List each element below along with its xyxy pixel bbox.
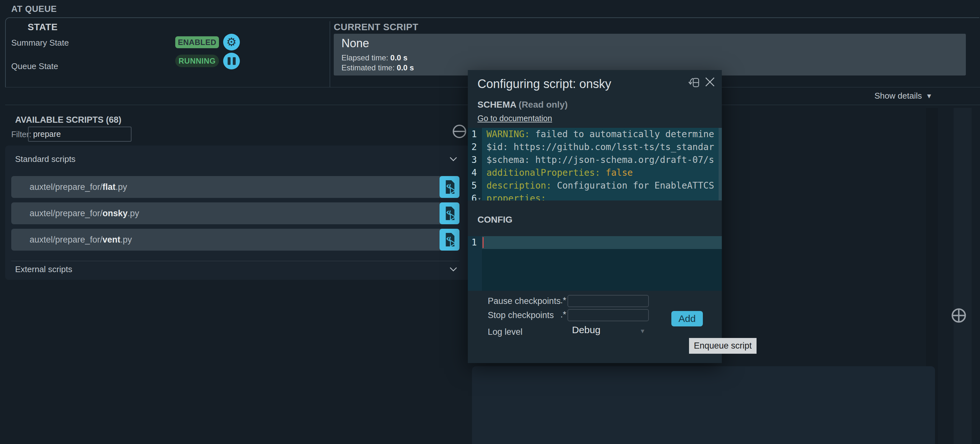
gear-icon: ⚙	[226, 36, 237, 48]
collapse-panel-button[interactable]	[452, 124, 467, 140]
launch-script-icon	[442, 205, 457, 221]
summary-state-badge: ENABLED	[175, 36, 219, 48]
launch-script-icon	[442, 179, 457, 195]
code-line: $id: https://github.com/lsst-ts/ts_stand…	[482, 141, 722, 154]
script-path: auxtel/prepare_for/vent.py	[30, 229, 132, 251]
documentation-link[interactable]: Go to documentation	[477, 114, 552, 123]
config-editor[interactable]: 1	[468, 236, 722, 291]
elapsed-time: Elapsed time: 0.0 s	[342, 53, 407, 62]
line-number: 6▾	[468, 192, 482, 200]
current-script-heading: CURRENT SCRIPT	[334, 22, 418, 32]
modal-title: Configuring script: onsky	[477, 77, 611, 91]
code-line	[482, 236, 722, 249]
external-scripts-group-header[interactable]: External scripts	[15, 263, 457, 276]
line-number: 3	[468, 154, 482, 166]
config-heading: CONFIG	[477, 215, 512, 225]
schema-line-numbers: 123456▾	[468, 128, 482, 200]
show-details-toggle[interactable]: Show details▼	[875, 91, 932, 101]
standard-scripts-group-header[interactable]: Standard scripts	[15, 152, 457, 165]
code-line: WARNING: failed to automatically determi…	[482, 128, 722, 141]
estimated-time: Estimated time: 0.0 s	[342, 63, 414, 72]
pause-checkpoints-label: Pause checkpoints	[488, 296, 561, 306]
configure-script-modal: Configuring script: onsky SCHEMA (Read o…	[468, 70, 722, 363]
chevron-down-icon	[450, 267, 457, 272]
line-number: 4	[468, 166, 482, 179]
script-row[interactable]: auxtel/prepare_for/flat.py	[11, 176, 460, 198]
state-divider	[329, 21, 330, 87]
pause-icon	[228, 57, 235, 65]
pause-checkpoints-input[interactable]	[568, 295, 649, 307]
config-code	[482, 236, 722, 249]
queue-bottom-panel	[472, 366, 935, 444]
stop-checkpoints-default: .*	[560, 310, 566, 320]
close-modal-button[interactable]	[705, 77, 715, 88]
divider	[11, 261, 460, 261]
script-path: auxtel/prepare_for/flat.py	[30, 176, 127, 198]
circle-minus-icon	[452, 124, 467, 139]
launch-script-button[interactable]	[439, 176, 460, 198]
circle-plus-icon	[951, 308, 967, 323]
rotate-orientation-icon	[687, 75, 701, 89]
script-path: auxtel/prepare_for/onsky.py	[30, 202, 139, 224]
external-scripts-label: External scripts	[15, 265, 72, 274]
standard-scripts-label: Standard scripts	[15, 154, 76, 164]
queue-state-label: Queue State	[11, 61, 58, 71]
close-icon	[705, 77, 715, 87]
schema-code: WARNING: failed to automatically determi…	[482, 128, 722, 200]
schema-scrollbar[interactable]	[719, 128, 722, 200]
pause-queue-button[interactable]	[223, 53, 240, 70]
launch-script-icon	[442, 232, 457, 248]
pause-checkpoints-default: .*	[560, 296, 566, 306]
current-script-name: None	[342, 36, 369, 50]
line-number: 1	[468, 236, 482, 249]
stop-checkpoints-label: Stop checkpoints	[488, 310, 554, 320]
page-title: AT QUEUE	[11, 4, 57, 14]
current-script-card	[334, 34, 966, 76]
stop-checkpoints-input[interactable]	[568, 309, 649, 321]
available-scripts-heading: AVAILABLE SCRIPTS (68)	[15, 115, 121, 125]
state-heading: STATE	[28, 22, 57, 32]
log-level-label: Log level	[488, 327, 522, 337]
enqueue-script-tooltip: Enqueue script	[689, 338, 757, 354]
log-level-select[interactable]: Debug	[572, 325, 600, 335]
script-row[interactable]: auxtel/prepare_for/onsky.py	[11, 202, 460, 224]
text-cursor	[483, 237, 484, 248]
code-line: $schema: http://json-schema.org/draft-07…	[482, 154, 722, 166]
schema-heading: SCHEMA (Read only)	[477, 100, 568, 110]
queue-state-badge: RUNNING	[175, 55, 219, 67]
chevron-down-icon: ▼	[926, 92, 932, 100]
queue-column-stripe	[954, 108, 972, 444]
line-number: 5	[468, 179, 482, 192]
expand-panel-button[interactable]	[951, 308, 967, 325]
fold-icon: ▾	[477, 192, 482, 200]
line-number: 2	[468, 141, 482, 154]
launch-script-button[interactable]	[439, 202, 460, 224]
launch-script-button[interactable]	[439, 229, 460, 251]
add-button[interactable]: Add	[671, 311, 703, 327]
rotate-layout-button[interactable]	[687, 75, 701, 90]
summary-state-settings-button[interactable]: ⚙	[223, 34, 240, 51]
code-line: additionalProperties: false	[482, 166, 722, 179]
line-number: 1	[468, 128, 482, 141]
schema-editor[interactable]: 123456▾ WARNING: failed to automatically…	[468, 128, 722, 200]
select-arrow-icon[interactable]: ▼	[640, 328, 646, 335]
summary-state-label: Summary State	[11, 38, 69, 48]
script-row[interactable]: auxtel/prepare_for/vent.py	[11, 229, 460, 251]
config-line-numbers: 1	[468, 236, 482, 291]
available-scripts-panel: Standard scripts auxtel/prepare_for/flat…	[5, 146, 470, 280]
code-line: description: Configuration for EnableATT…	[482, 179, 722, 192]
code-line: properties:	[482, 192, 722, 200]
chevron-down-icon	[450, 157, 457, 162]
filter-input[interactable]	[28, 127, 132, 142]
